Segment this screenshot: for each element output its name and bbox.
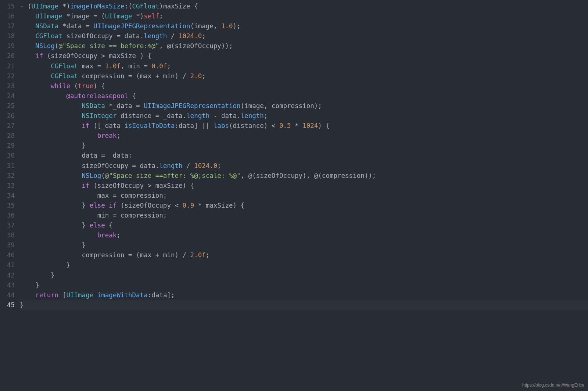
line-number: 39 bbox=[0, 240, 15, 250]
code-line[interactable]: NSData *data = UIImageJPEGRepresentation… bbox=[20, 21, 588, 31]
code-line[interactable]: if (sizeOfOccupy > maxSize) { bbox=[20, 181, 588, 191]
line-number: 22 bbox=[0, 71, 15, 81]
line-number: 26 bbox=[0, 111, 15, 121]
line-number: 29 bbox=[0, 141, 15, 151]
line-number: 45 bbox=[0, 300, 15, 310]
code-line[interactable]: sizeOfOccupy = data.length / 1024.0; bbox=[20, 161, 588, 171]
line-number: 35 bbox=[0, 201, 15, 211]
code-editor[interactable]: 1516171819202122232425262728293031323334… bbox=[0, 0, 588, 310]
code-line[interactable]: max = compression; bbox=[20, 191, 588, 201]
code-line[interactable]: } bbox=[20, 240, 588, 250]
code-line[interactable]: if ([_data isEqualToData:data] || labs(d… bbox=[20, 121, 588, 131]
code-line[interactable]: @autoreleasepool { bbox=[20, 91, 588, 101]
line-number: 19 bbox=[0, 41, 15, 51]
code-line[interactable]: CGFloat max = 1.0f, min = 0.0f; bbox=[20, 61, 588, 71]
line-number: 16 bbox=[0, 11, 15, 21]
line-number: 17 bbox=[0, 21, 15, 31]
line-number: 31 bbox=[0, 161, 15, 171]
watermark-text: https://blog.csdn.net/WangErice bbox=[522, 382, 584, 389]
line-number: 28 bbox=[0, 131, 15, 141]
code-line[interactable]: NSLog(@"Space size ==after: %@;scale: %@… bbox=[20, 171, 588, 181]
line-number: 25 bbox=[0, 101, 15, 111]
code-line[interactable]: min = compression; bbox=[20, 211, 588, 220]
line-number: 27 bbox=[0, 121, 15, 131]
code-line[interactable]: } bbox=[20, 270, 588, 280]
line-number: 38 bbox=[0, 230, 15, 240]
code-line[interactable]: while (true) { bbox=[20, 81, 588, 91]
code-line[interactable]: CGFloat compression = (max + min) / 2.0; bbox=[20, 71, 588, 81]
code-line[interactable]: NSLog(@"Space size == before:%@", @(size… bbox=[20, 41, 588, 51]
code-line[interactable]: if (sizeOfOccupy > maxSize ) { bbox=[20, 51, 588, 61]
line-number-gutter: 1516171819202122232425262728293031323334… bbox=[0, 1, 20, 310]
line-number: 34 bbox=[0, 191, 15, 201]
line-number: 33 bbox=[0, 181, 15, 191]
code-line[interactable]: compression = (max + min) / 2.0f; bbox=[20, 250, 588, 260]
code-line[interactable]: } bbox=[20, 280, 588, 290]
code-line[interactable]: CGFloat sizeOfOccupy = data.length / 102… bbox=[20, 31, 588, 41]
code-line[interactable]: } else if (sizeOfOccupy < 0.9 * maxSize)… bbox=[20, 201, 588, 211]
code-line[interactable]: } bbox=[20, 141, 588, 151]
line-number: 41 bbox=[0, 260, 15, 270]
code-area[interactable]: - (UIImage *)imageToMaxSize:(CGFloat)max… bbox=[20, 1, 588, 310]
line-number: 42 bbox=[0, 270, 15, 280]
line-number: 44 bbox=[0, 290, 15, 300]
line-number: 23 bbox=[0, 81, 15, 91]
code-line[interactable]: } else { bbox=[20, 220, 588, 230]
line-number: 36 bbox=[0, 211, 15, 220]
line-number: 24 bbox=[0, 91, 15, 101]
code-line[interactable]: - (UIImage *)imageToMaxSize:(CGFloat)max… bbox=[20, 1, 588, 11]
code-line[interactable]: break; bbox=[20, 131, 588, 141]
code-line[interactable]: NSData *_data = UIImageJPEGRepresentatio… bbox=[20, 101, 588, 111]
line-number: 32 bbox=[0, 171, 15, 181]
line-number: 18 bbox=[0, 31, 15, 41]
code-line[interactable]: } bbox=[20, 260, 588, 270]
line-number: 40 bbox=[0, 250, 15, 260]
code-line[interactable]: } bbox=[20, 300, 588, 310]
line-number: 15 bbox=[0, 1, 15, 11]
line-number: 20 bbox=[0, 51, 15, 61]
code-line[interactable]: UIImage *image = (UIImage *)self; bbox=[20, 11, 588, 21]
code-line[interactable]: NSInteger distance = _data.length - data… bbox=[20, 111, 588, 121]
code-line[interactable]: break; bbox=[20, 230, 588, 240]
code-line[interactable]: data = _data; bbox=[20, 151, 588, 161]
line-number: 30 bbox=[0, 151, 15, 161]
code-line[interactable]: return [UIImage imageWithData:data]; bbox=[20, 290, 588, 300]
line-number: 43 bbox=[0, 280, 15, 290]
line-number: 21 bbox=[0, 61, 15, 71]
line-number: 37 bbox=[0, 220, 15, 230]
